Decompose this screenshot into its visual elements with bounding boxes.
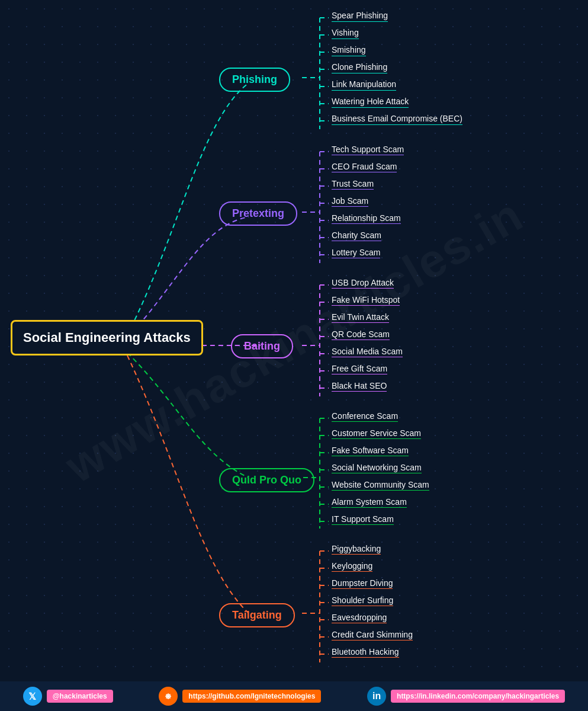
tailgating-item-4: Shoulder Surfing [332, 595, 393, 605]
qpq-item-5: Website Community Scam [332, 480, 429, 489]
tailgating-item-6: Credit Card Skimming [332, 630, 413, 639]
phishing-item-7: Business Email Compromise (BEC) [332, 114, 462, 123]
qpq-item-6: Alarm System Scam [332, 497, 407, 507]
pretexting-item-1: Tech Support Scam [332, 145, 404, 154]
qpq-item-3: Fake Software Scam [332, 446, 409, 455]
baiting-item-1: USB Drop Attack [332, 278, 394, 287]
category-phishing: Phishing [219, 68, 290, 92]
pretexting-item-5: Relationship Scam [332, 213, 401, 223]
footer-twitter[interactable]: 𝕏 @hackinarticles [23, 687, 113, 706]
category-baiting: Baiting [231, 334, 293, 358]
central-node: Social Engineering Attacks [11, 320, 203, 356]
baiting-item-5: Social Media Scam [332, 347, 403, 356]
category-pretexting-label: Pretexting [232, 207, 284, 219]
category-phishing-label: Phishing [232, 73, 277, 85]
footer: 𝕏 @hackinarticles ⎈ https://github.com/I… [0, 681, 588, 711]
github-icon: ⎈ [159, 687, 178, 706]
baiting-item-3: Evil Twin Attack [332, 312, 389, 322]
baiting-item-6: Free Gift Scam [332, 364, 387, 373]
category-tailgating-label: Tailgating [232, 609, 282, 621]
category-quidproquo-label: Quid Pro Quo [232, 474, 301, 486]
qpq-item-2: Customer Service Scam [332, 428, 421, 438]
footer-linkedin[interactable]: in https://in.linkedin.com/company/hacki… [367, 687, 565, 706]
qpq-item-4: Social Networking Scam [332, 463, 422, 472]
twitter-icon: 𝕏 [23, 687, 42, 706]
linkedin-icon: in [367, 687, 386, 706]
category-tailgating: Tailgating [219, 603, 295, 627]
central-node-label: Social Engineering Attacks [23, 330, 191, 345]
footer-github[interactable]: ⎈ https://github.com/Ignitetechnologies [159, 687, 321, 706]
category-pretexting: Pretexting [219, 201, 297, 226]
tailgating-item-5: Eavesdropping [332, 613, 387, 622]
qpq-item-1: Conference Scam [332, 411, 398, 421]
pretexting-item-2: CEO Fraud Scam [332, 162, 397, 171]
phishing-item-5: Link Manipulation [332, 79, 396, 89]
linkedin-link: https://in.linkedin.com/company/hackinga… [391, 690, 565, 703]
phishing-item-4: Clone Phishing [332, 62, 387, 72]
baiting-item-7: Black Hat SEO [332, 381, 387, 390]
pretexting-item-4: Job Scam [332, 196, 368, 206]
github-link: https://github.com/Ignitetechnologies [182, 690, 321, 703]
tailgating-item-7: Bluetooth Hacking [332, 647, 399, 656]
pretexting-item-7: Lottery Scam [332, 248, 380, 257]
qpq-item-7: IT Support Scam [332, 514, 394, 524]
tailgating-item-3: Dumpster Diving [332, 578, 393, 588]
category-baiting-label: Baiting [244, 340, 280, 352]
baiting-item-2: Fake WiFi Hotspot [332, 295, 400, 305]
pretexting-item-6: Charity Scam [332, 230, 381, 240]
tailgating-item-2: Keylogging [332, 561, 372, 571]
phishing-item-2: Vishing [332, 28, 359, 37]
main-container: www.hackinarticles.in [0, 0, 588, 681]
phishing-item-6: Watering Hole Attack [332, 97, 409, 106]
phishing-item-3: Smishing [332, 45, 366, 55]
baiting-item-4: QR Code Scam [332, 329, 390, 339]
twitter-handle: @hackinarticles [47, 690, 113, 703]
phishing-item-1: Spear Phishing [332, 11, 388, 20]
category-quidproquo: Quid Pro Quo [219, 468, 314, 492]
tailgating-item-1: Piggybacking [332, 544, 381, 553]
pretexting-item-3: Trust Scam [332, 179, 374, 188]
